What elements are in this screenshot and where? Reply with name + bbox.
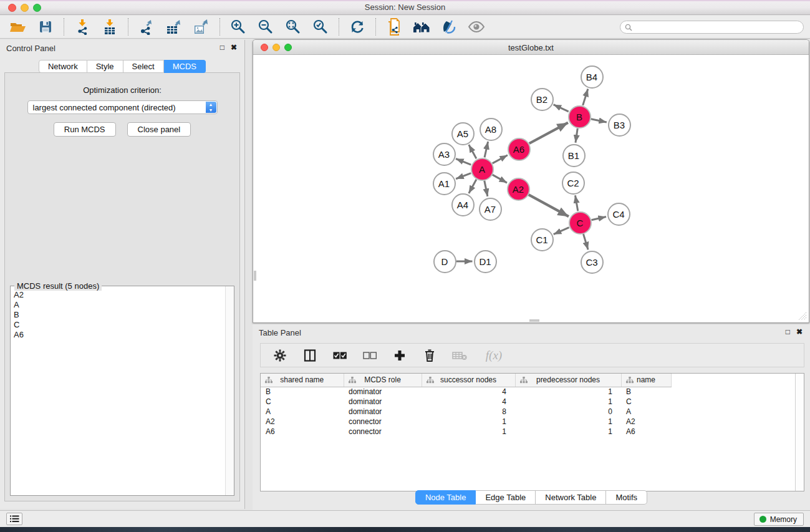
open-file-icon[interactable] [9,18,27,36]
graph-edge-A-A3[interactable] [456,159,471,165]
graph-node-A3[interactable]: A3 [433,143,456,166]
zoom-selected-icon[interactable] [311,18,330,36]
graph-node-C2[interactable]: C2 [562,172,585,195]
delete-column-trash-icon[interactable] [422,347,438,364]
graph-node-A8[interactable]: A8 [480,118,503,141]
table-cell[interactable]: A [621,407,671,417]
table-cell[interactable]: 1 [515,397,621,407]
graph-node-C[interactable]: C [569,211,592,235]
graph-node-B4[interactable]: B4 [581,65,604,89]
graph-edge-C-C3[interactable] [583,234,588,249]
run-mcds-button[interactable]: Run MCDS [54,122,116,137]
graph-node-A7[interactable]: A7 [479,198,502,221]
table-cell[interactable]: 4 [422,387,515,397]
search-field[interactable] [620,21,804,34]
tab-network[interactable]: Network [39,60,87,73]
tab-node-table[interactable]: Node Table [415,490,476,505]
table-cell[interactable]: 0 [515,407,621,417]
mcds-result-item[interactable]: A2 [11,290,224,300]
graph-edge-A2-C[interactable] [529,195,569,216]
tab-motifs[interactable]: Motifs [606,490,647,505]
task-history-button[interactable] [6,513,22,525]
new-network-from-selection-icon[interactable] [385,18,403,36]
close-table-panel-icon[interactable]: ✖ [796,328,803,336]
zoom-out-icon[interactable] [256,18,275,36]
table-scrollbar[interactable] [795,374,804,491]
graph-edge-B-B2[interactable] [554,105,569,112]
search-input[interactable] [635,22,803,32]
table-cell[interactable]: connector [344,417,422,427]
tab-edge-table[interactable]: Edge Table [476,490,536,505]
graph-edge-A-A7[interactable] [485,181,488,196]
zoom-in-icon[interactable] [229,18,248,36]
table-cell[interactable]: connector [344,427,422,437]
mcds-result-item[interactable]: A [11,300,224,310]
table-cell[interactable]: dominator [344,387,422,397]
canvas-left-handle[interactable] [254,271,256,281]
graph-node-A6[interactable]: A6 [508,138,531,161]
graph-edge-C-C1[interactable] [554,228,569,235]
graph-node-A4[interactable]: A4 [451,193,475,216]
graph-edge-A-A2[interactable] [493,175,507,183]
table-cell[interactable]: C [261,397,344,407]
graph-edge-A-A1[interactable] [456,173,471,179]
first-neighbors-icon[interactable] [412,18,431,36]
mcds-result-item[interactable]: B [11,310,224,320]
mcds-result-scrollbar[interactable] [225,286,234,495]
column-header[interactable]: shared name [261,374,344,387]
graph-edge-A-A5[interactable] [469,145,476,158]
close-panel-icon[interactable]: ✖ [231,44,237,51]
zoom-fit-icon[interactable] [284,18,302,36]
graph-node-C4[interactable]: C4 [607,203,630,226]
graph-edge-A-A4[interactable] [469,180,476,193]
table-row[interactable]: A2connector11A2 [261,417,795,427]
table-cell[interactable]: 1 [422,417,515,427]
graph-node-C3[interactable]: C3 [581,251,604,274]
table-row[interactable]: Adominator80A [261,407,795,417]
table-cell[interactable]: B [621,387,671,397]
column-header[interactable]: MCDS role [344,374,422,387]
mcds-result-list[interactable]: A2ABCA6 [11,290,224,495]
export-image-icon[interactable] [192,18,211,36]
show-hide-panel-eye-icon[interactable] [467,18,486,36]
graph-edge-C-C4[interactable] [592,217,606,220]
graph-node-A1[interactable]: A1 [433,172,456,195]
table-cell[interactable]: dominator [344,397,422,407]
tab-select[interactable]: Select [123,60,164,73]
table-row[interactable]: A6connector11A6 [261,427,795,437]
canvas-bottom-handle[interactable] [529,319,539,322]
criterion-select[interactable]: largest connected component (directed) ▲… [27,100,218,114]
deselect-all-icon[interactable] [362,347,378,364]
table-cell[interactable]: dominator [344,407,422,417]
show-column-icon[interactable] [302,347,318,364]
column-header[interactable]: predecessor nodes [515,374,621,387]
resize-grip-icon[interactable] [798,312,807,321]
tab-mcds[interactable]: MCDS [164,60,206,73]
table-cell[interactable]: B [261,387,344,397]
graph-node-A2[interactable]: A2 [507,178,530,201]
import-network-icon[interactable] [73,18,92,36]
column-header[interactable]: successor nodes [422,374,515,387]
graph-edge-A-A8[interactable] [485,142,488,157]
export-network-icon[interactable] [137,18,156,36]
save-session-icon[interactable] [36,18,55,36]
column-header[interactable]: name [621,374,671,387]
graph-node-B[interactable]: B [568,105,591,128]
table-cell[interactable]: 4 [422,397,515,407]
table-cell[interactable]: 1 [422,427,515,437]
close-panel-button[interactable]: Close panel [127,122,191,137]
memory-button[interactable]: Memory [754,513,804,526]
table-cell[interactable]: A2 [621,417,671,427]
graph-node-D[interactable]: D [433,250,456,273]
tab-style[interactable]: Style [87,60,123,73]
graph-edge-A-A6[interactable] [493,155,508,163]
tab-network-table[interactable]: Network Table [536,490,606,505]
table-row[interactable]: Bdominator41B [261,387,795,397]
table-cell[interactable]: A6 [261,427,344,437]
export-table-icon[interactable] [165,18,183,36]
table-cell[interactable]: 1 [515,417,621,427]
create-column-icon[interactable] [392,347,408,364]
graph-node-D1[interactable]: D1 [474,250,497,273]
show-hide-graphics-icon[interactable] [440,18,458,36]
float-table-panel-icon[interactable]: □ [786,328,790,336]
